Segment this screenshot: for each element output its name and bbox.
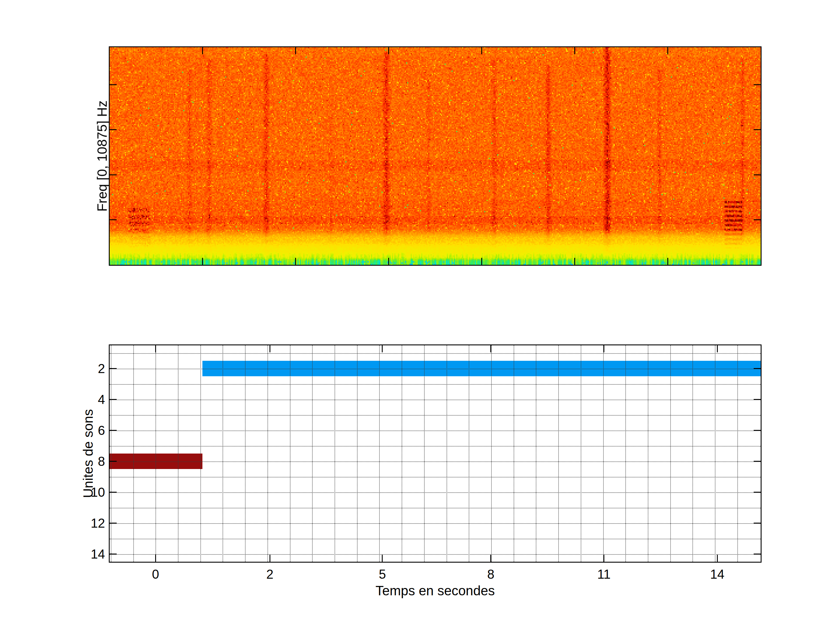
spec-x-tick	[667, 258, 668, 265]
timeline-x-tick	[603, 345, 604, 352]
x-tick-label: 5	[359, 567, 406, 582]
spec-x-tick	[295, 47, 296, 54]
timeline-x-tick	[603, 555, 604, 562]
spec-x-tick	[388, 47, 389, 54]
timeline-y-tick	[110, 554, 117, 554]
y-tick-label: 8	[52, 455, 105, 468]
timeline-y-tick	[110, 430, 117, 431]
spectrogram-tick-layer	[110, 47, 761, 265]
timeline-axes	[109, 344, 761, 563]
spec-y-tick	[110, 129, 117, 130]
spec-y-tick	[754, 219, 761, 220]
y-tick-label: 14	[52, 548, 105, 561]
units-axis-label: Unites de sons	[80, 409, 96, 498]
y-tick-label: 6	[52, 424, 105, 437]
y-tick-label: 2	[52, 362, 105, 375]
spec-y-tick	[754, 174, 761, 175]
y-tick-label: 4	[52, 393, 105, 406]
timeline-x-tick	[382, 555, 383, 562]
timeline-x-tick	[490, 555, 491, 562]
timeline-x-tick	[270, 345, 270, 352]
timeline-x-tick	[382, 345, 383, 352]
x-tick-label: 2	[246, 567, 293, 582]
spec-y-tick	[110, 174, 117, 175]
timeline-x-tick	[490, 345, 491, 352]
x-tick-label: 0	[132, 567, 179, 582]
timeline-x-tick	[155, 555, 156, 562]
spec-x-tick	[574, 47, 575, 54]
timeline-y-tick	[754, 492, 761, 493]
timeline-x-tick	[155, 345, 156, 352]
y-tick-label: 12	[52, 516, 105, 530]
timeline-y-tick	[110, 461, 117, 462]
timeline-y-tick	[110, 492, 117, 493]
spec-x-tick	[388, 258, 389, 265]
timeline-y-tick	[754, 368, 761, 369]
timeline-tick-layer	[110, 345, 761, 562]
time-axis-label: Temps en secondes	[110, 583, 761, 598]
spectrogram-axes	[109, 46, 761, 266]
spec-x-tick	[202, 258, 203, 265]
spec-y-tick	[110, 219, 117, 220]
spec-x-tick	[667, 47, 668, 54]
x-tick-label: 11	[581, 567, 627, 582]
timeline-x-tick	[717, 555, 718, 562]
spec-x-tick	[202, 47, 203, 54]
timeline-y-tick	[754, 461, 761, 462]
x-tick-label: 8	[467, 567, 514, 582]
freq-axis-label: Freq [0, 10875] Hz	[94, 101, 110, 212]
y-tick-label: 10	[52, 486, 105, 499]
spec-x-tick	[481, 47, 482, 54]
timeline-y-tick	[754, 554, 761, 554]
spec-y-tick	[110, 84, 117, 85]
spec-y-tick	[754, 84, 761, 85]
timeline-y-tick	[754, 399, 761, 400]
timeline-y-tick	[110, 523, 117, 524]
timeline-x-tick	[717, 345, 718, 352]
timeline-y-tick	[754, 430, 761, 431]
timeline-y-tick	[110, 399, 117, 400]
spec-x-tick	[574, 258, 575, 265]
spec-x-tick	[481, 258, 482, 265]
timeline-y-tick	[754, 523, 761, 524]
x-tick-label: 14	[694, 567, 741, 582]
timeline-x-tick	[270, 555, 270, 562]
spec-x-tick	[295, 258, 296, 265]
timeline-y-tick	[110, 368, 117, 369]
figure-stage: Freq [0, 10875] Hz 02581114 2468101214 T…	[0, 0, 840, 630]
spec-y-tick	[754, 129, 761, 130]
